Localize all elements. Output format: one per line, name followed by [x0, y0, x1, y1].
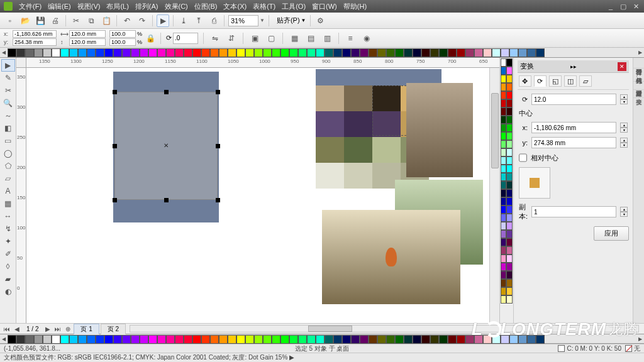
color-swatch[interactable] — [506, 287, 512, 295]
color-swatch[interactable] — [78, 48, 87, 57]
color-swatch[interactable] — [404, 48, 413, 57]
color-swatch[interactable] — [140, 335, 148, 344]
width-input[interactable] — [69, 30, 106, 38]
transform-scale-icon[interactable]: ◱ — [549, 75, 562, 87]
to-back-icon[interactable]: ▢ — [265, 32, 277, 45]
color-swatch[interactable] — [60, 48, 69, 57]
color-swatch[interactable] — [527, 335, 536, 344]
color-swatch[interactable] — [506, 148, 512, 156]
color-swatch[interactable] — [536, 48, 545, 57]
color-swatch[interactable] — [465, 48, 474, 57]
palette-right-icon[interactable]: ▶ — [636, 48, 644, 57]
crop-tool-icon[interactable]: ✂ — [1, 84, 15, 97]
color-swatch[interactable] — [501, 124, 506, 132]
page-next-icon[interactable]: ▶ — [43, 326, 52, 332]
color-swatch[interactable] — [104, 48, 113, 57]
color-swatch[interactable] — [69, 335, 78, 344]
color-swatch[interactable] — [228, 335, 236, 344]
chevron-down-icon[interactable]: ▼ — [260, 18, 265, 23]
menu-table[interactable]: 表格(T) — [253, 2, 275, 11]
color-swatch[interactable] — [131, 335, 140, 344]
color-swatch[interactable] — [506, 279, 512, 287]
color-swatch[interactable] — [201, 335, 210, 344]
selection-center-icon[interactable]: ✕ — [164, 142, 169, 149]
ruler-origin[interactable] — [16, 58, 26, 68]
close-button[interactable]: ✕ — [631, 3, 640, 10]
color-swatch[interactable] — [506, 197, 512, 206]
color-swatch[interactable] — [87, 48, 96, 57]
color-swatch[interactable] — [439, 335, 448, 344]
menu-help[interactable]: 帮助(H) — [343, 2, 367, 11]
color-swatch[interactable] — [506, 99, 512, 107]
new-icon[interactable]: ▫ — [4, 14, 16, 27]
page-last-icon[interactable]: ⏭ — [53, 326, 62, 332]
color-swatch[interactable] — [289, 335, 298, 344]
color-swatch[interactable] — [465, 335, 474, 344]
color-swatch[interactable] — [509, 48, 518, 57]
scale-x-input[interactable] — [109, 30, 136, 38]
color-swatch[interactable] — [413, 48, 421, 57]
copy-icon[interactable]: ⧉ — [85, 14, 97, 27]
color-swatch[interactable] — [501, 214, 506, 222]
color-swatch[interactable] — [96, 48, 104, 57]
basic-shapes-icon[interactable]: ▱ — [1, 172, 15, 185]
side-tab-symbol-mgr[interactable]: 符号管理器 — [633, 60, 644, 69]
color-swatch[interactable] — [501, 181, 506, 189]
palette-right-icon[interactable]: ▶ — [636, 334, 644, 343]
color-swatch[interactable] — [421, 335, 430, 344]
color-swatch[interactable] — [506, 83, 512, 91]
color-swatch[interactable] — [506, 75, 512, 83]
color-swatch[interactable] — [506, 271, 512, 279]
pick-tool-icon[interactable]: ▶ — [1, 59, 15, 72]
export-icon[interactable]: ⤒ — [192, 14, 205, 27]
color-swatch[interactable] — [166, 48, 175, 57]
color-swatch[interactable] — [386, 335, 395, 344]
color-swatch[interactable] — [506, 206, 512, 214]
selection-handle[interactable] — [113, 90, 117, 94]
pick-tool-icon[interactable]: ▶ — [157, 14, 169, 27]
color-swatch[interactable] — [360, 335, 369, 344]
docker-expand-icon[interactable]: ▸▸ — [570, 63, 577, 70]
page-prev-icon[interactable]: ◀ — [13, 326, 21, 332]
color-swatch[interactable] — [219, 335, 228, 344]
ungroup-icon[interactable]: ▤ — [304, 32, 317, 45]
photo-interior[interactable] — [322, 210, 460, 304]
color-swatch[interactable] — [351, 335, 360, 344]
color-swatch[interactable] — [501, 67, 506, 75]
anchor-grid[interactable] — [519, 167, 550, 199]
menu-arrange[interactable]: 排列(A) — [135, 2, 158, 11]
color-swatch[interactable] — [289, 48, 298, 57]
text-tool-icon[interactable]: A — [1, 185, 15, 197]
color-swatch[interactable] — [506, 124, 512, 132]
color-swatch[interactable] — [386, 48, 395, 57]
color-swatch[interactable] — [536, 335, 545, 344]
lock-ratio-icon[interactable]: 🔒 — [146, 34, 155, 43]
color-swatch[interactable] — [506, 58, 512, 67]
snap-combo[interactable]: 贴齐(P) ▼ — [277, 16, 306, 25]
transform-size-icon[interactable]: ◫ — [564, 75, 577, 87]
color-swatch[interactable] — [201, 48, 210, 57]
color-swatch[interactable] — [483, 335, 492, 344]
options-icon[interactable]: ⚙ — [314, 14, 327, 27]
mirror-v-icon[interactable]: ⇵ — [225, 32, 238, 45]
zoom-input[interactable] — [228, 15, 258, 26]
color-swatch[interactable] — [501, 271, 506, 279]
color-swatch[interactable] — [210, 335, 219, 344]
dimension-tool-icon[interactable]: ↔ — [1, 210, 15, 222]
color-swatch[interactable] — [501, 255, 506, 263]
color-swatch[interactable] — [506, 238, 512, 246]
color-swatch[interactable] — [448, 335, 457, 344]
fill-swatch-icon[interactable] — [558, 345, 565, 352]
color-swatch[interactable] — [280, 335, 289, 344]
color-swatch[interactable] — [421, 48, 430, 57]
spinner-down-icon[interactable]: ▾ — [620, 99, 628, 104]
color-swatch[interactable] — [254, 48, 263, 57]
transform-position-icon[interactable]: ✥ — [519, 75, 531, 87]
horizontal-scrollbar[interactable] — [130, 325, 639, 332]
color-swatch[interactable] — [501, 197, 506, 206]
scale-y-input[interactable] — [109, 38, 136, 46]
color-swatch[interactable] — [78, 335, 87, 344]
color-swatch[interactable] — [245, 48, 254, 57]
side-tab-styles[interactable]: 样式与分色... — [633, 69, 644, 82]
color-swatch[interactable] — [131, 48, 140, 57]
